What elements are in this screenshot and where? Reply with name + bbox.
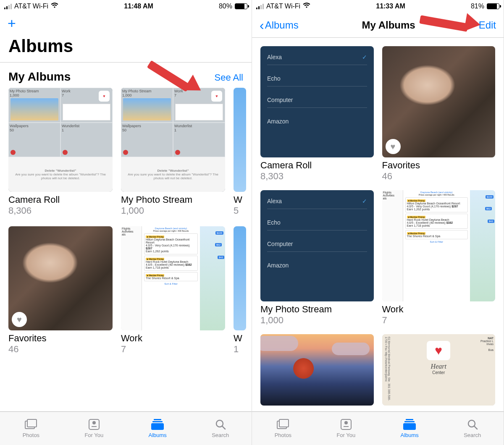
album-card-peek[interactable]: W 1 <box>234 226 246 355</box>
album-count: 8,303 <box>260 171 374 182</box>
tab-label: Photos <box>23 432 39 438</box>
battery-icon <box>235 3 247 9</box>
album-count: 7 <box>382 315 496 326</box>
album-card-heart[interactable]: 61 Memorial Medical Parkway, Ste. 381 38… <box>382 334 496 406</box>
album-name: Favorites <box>382 160 496 171</box>
album-thumb <box>234 226 246 330</box>
album-thumb: Alexa✓ Echo Computer Amazon <box>260 190 374 301</box>
search-icon <box>466 419 479 430</box>
album-name: My Photo Stream <box>121 194 225 205</box>
tab-foryou[interactable]: For You <box>336 419 355 438</box>
back-label: Albums <box>265 19 299 31</box>
album-card-wallpapers[interactable] <box>260 334 374 406</box>
tab-label: Albums <box>401 432 419 438</box>
album-card-work[interactable]: FlightsActivitiesals Daytona Beach (and … <box>382 190 496 326</box>
signal-icon <box>4 4 12 9</box>
album-name: Camera Roll <box>8 194 113 205</box>
tab-foryou[interactable]: For You <box>84 419 103 438</box>
album-name: My Photo Stream <box>260 304 374 315</box>
clock: 11:48 AM <box>124 3 153 10</box>
svg-rect-9 <box>279 419 289 427</box>
tab-label: For You <box>84 432 103 438</box>
heart-icon: ♥ <box>99 91 110 102</box>
tab-albums[interactable]: Albums <box>149 419 167 438</box>
signal-icon <box>256 4 264 9</box>
foryou-icon <box>87 419 101 430</box>
album-thumb: FlightsActivitiesals Daytona Beach (and … <box>121 226 225 330</box>
svg-line-15 <box>474 426 477 429</box>
heart-icon: ♥ <box>12 312 27 327</box>
album-count: 46 <box>382 171 496 182</box>
status-bar: AT&T Wi-Fi 11:48 AM 80% <box>0 0 252 13</box>
svg-rect-4 <box>152 421 163 422</box>
tab-bar: Photos For You Albums Search <box>252 411 504 445</box>
svg-rect-12 <box>404 421 415 422</box>
photos-icon <box>24 419 38 430</box>
album-thumb: My Photo Stream1,000 Work7♥ Wallpapers50… <box>121 88 225 192</box>
battery-pct: 81% <box>471 3 484 10</box>
clock: 11:33 AM <box>376 3 405 10</box>
albums-icon <box>403 419 416 430</box>
wifi-icon <box>303 3 310 10</box>
edit-button[interactable]: Edit <box>479 19 496 31</box>
tab-photos[interactable]: Photos <box>23 419 39 438</box>
back-button[interactable]: ‹ Albums <box>260 18 299 32</box>
album-thumb: Alexa✓ Echo Computer Amazon <box>260 46 374 157</box>
heart-icon: ♥ <box>386 139 401 154</box>
album-count: 1 <box>234 344 246 355</box>
album-name: W <box>234 194 246 205</box>
chevron-left-icon: ‹ <box>260 18 264 32</box>
album-name: Work <box>121 333 225 344</box>
album-count: 5 <box>234 205 246 216</box>
tab-label: Search <box>212 432 229 438</box>
check-icon: ✓ <box>362 54 367 60</box>
album-name: Work <box>382 304 496 315</box>
status-bar: AT&T Wi-Fi 11:33 AM 81% <box>252 0 504 13</box>
add-album-button[interactable]: + <box>8 16 16 30</box>
album-count: 7 <box>121 344 225 355</box>
heart-icon: ♥ <box>211 91 222 102</box>
photos-icon <box>276 419 290 430</box>
album-name: Favorites <box>8 333 113 344</box>
album-count: 8,306 <box>8 205 113 216</box>
svg-rect-5 <box>151 423 164 430</box>
album-row: ♥ Favorites 46 FlightsActivitiesals Dayt… <box>8 226 252 355</box>
section-header: My Albums See All <box>0 63 252 88</box>
album-thumb: ♥ <box>8 226 113 330</box>
album-thumb: FlightsActivitiesals Daytona Beach (and … <box>382 190 496 301</box>
album-card-peek[interactable]: W 5 <box>234 88 246 216</box>
wifi-icon <box>51 3 58 10</box>
album-card-favorites[interactable]: ♥ Favorites 46 <box>382 46 496 182</box>
album-card-work[interactable]: FlightsActivitiesals Daytona Beach (and … <box>121 226 225 355</box>
albums-scroll[interactable]: My Photo Stream1,000 Work7♥ Wallpapers50… <box>0 88 252 411</box>
tab-label: Photos <box>275 432 291 438</box>
tab-label: Search <box>464 432 481 438</box>
tab-photos[interactable]: Photos <box>275 419 291 438</box>
album-thumb: 61 Memorial Medical Parkway, Ste. 381 38… <box>382 334 496 406</box>
nav-header: + <box>0 13 252 34</box>
album-card-photo-stream[interactable]: My Photo Stream1,000 Work7♥ Wallpapers50… <box>121 88 225 216</box>
album-thumb <box>234 88 246 192</box>
search-icon <box>214 419 227 430</box>
album-thumb <box>260 334 374 406</box>
albums-grid-scroll[interactable]: Alexa✓ Echo Computer Amazon Camera Roll … <box>252 38 504 411</box>
album-name: Camera Roll <box>260 160 374 171</box>
tab-label: Albums <box>149 432 167 438</box>
album-card-camera-roll[interactable]: Alexa✓ Echo Computer Amazon Camera Roll … <box>260 46 374 182</box>
album-card-photo-stream[interactable]: Alexa✓ Echo Computer Amazon My Photo Str… <box>260 190 374 326</box>
svg-line-7 <box>222 426 225 429</box>
annotation-arrow <box>149 60 195 68</box>
album-card-camera-roll[interactable]: My Photo Stream1,000 Work7♥ Wallpapers50… <box>8 88 113 216</box>
tab-search[interactable]: Search <box>212 419 229 438</box>
tab-search[interactable]: Search <box>464 419 481 438</box>
album-name: W <box>234 333 246 344</box>
albums-icon <box>151 419 164 430</box>
album-count: 1,000 <box>121 205 225 216</box>
album-thumb: ♥ <box>382 46 496 157</box>
nav-title: My Albums <box>362 19 415 31</box>
carrier-label: AT&T Wi-Fi <box>14 3 48 10</box>
tab-albums[interactable]: Albums <box>401 419 419 438</box>
see-all-link[interactable]: See All <box>215 72 244 83</box>
screen-albums-overview: AT&T Wi-Fi 11:48 AM 80% + Albums My Albu… <box>0 0 252 445</box>
album-card-favorites[interactable]: ♥ Favorites 46 <box>8 226 113 355</box>
